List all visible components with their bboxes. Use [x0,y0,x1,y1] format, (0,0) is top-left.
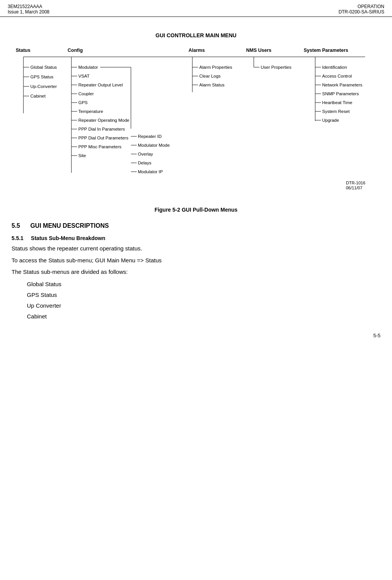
body-text-1: Status shows the repeater current operat… [12,244,380,253]
section-551-heading: 5.5.1 Status Sub-Menu Breakdown [12,235,380,241]
sys-upgrade: Upgrade [322,118,339,123]
config-overlay: Overlay [138,152,153,156]
body-text-2: To access the Status sub-menu; GUI Main … [12,256,380,265]
col-alarms: Alarms [189,48,205,53]
status-gps: GPS Status [30,75,53,79]
sys-network-params: Network Parameters [322,83,362,87]
doc-number: 3EM21522AAAA [8,4,50,9]
config-site: Site [78,153,86,158]
sys-access-control: Access Control [322,74,352,78]
config-repeater-id: Repeater ID [138,134,162,139]
section-551-title: Status Sub-Menu Breakdown [31,235,106,241]
diagram-container: Status Config Alarms NMS Users System Pa… [12,46,380,197]
doc-id: DTR-0200-SA-SIRIUS [339,9,384,15]
submenu-item-1: Global Status [27,280,380,289]
submenu-item-3: Up Converter [27,301,380,310]
doc-type: OPERATION [339,4,384,9]
status-global: Global Status [30,65,57,70]
header-right: OPERATION DTR-0200-SA-SIRIUS [339,4,384,15]
status-upconverter: Up-Converter [30,84,57,89]
config-vsat: VSAT [78,74,89,78]
diagram-title: GUI CONTROLLER MAIN MENU [12,32,380,38]
tree-diagram: Status Config Alarms NMS Users System Pa… [12,46,380,196]
submenu-item-2: GPS Status [27,290,380,300]
section-55-heading: 5.5 GUI MENU DESCRIPTIONS [12,222,380,229]
submenu-item-4: Cabinet [27,312,380,321]
config-temperature: Temperature [78,109,103,114]
dtr-ref: DTR-1016 [346,181,366,185]
section-55-number: 5.5 [12,222,20,229]
config-coupler: Coupler [78,91,94,96]
alarms-properties: Alarm Properties [199,65,232,70]
col-nms: NMS Users [246,48,271,53]
config-delays: Delays [138,161,151,165]
col-status: Status [16,48,30,53]
figure-caption: Figure 5-2 GUI Pull-Down Menus [12,207,380,213]
nms-user-properties: User Properties [261,65,291,70]
sys-snmp-params: SNMP Parameters [322,91,359,96]
config-modulator: Modulator [78,65,98,70]
dtr-date: 06/11/07 [346,186,362,190]
config-modulator-ip: Modulator IP [138,169,163,174]
config-ppp-dial-in: PPP Dial In Parameters [78,127,125,131]
section-551-number: 5.5.1 [12,235,23,241]
section-55-title: GUI MENU DESCRIPTIONS [30,222,109,229]
sys-heartbeat-time: Heartbeat Time [322,100,352,105]
config-repeater-output: Repeater Output Level [78,83,123,87]
col-system: System Parameters [304,48,348,53]
page-number: 5-5 [12,333,380,338]
config-ppp-misc: PPP Misc Parameters [78,144,122,149]
doc-issue: Issue 1, March 2008 [8,9,50,15]
config-repeater-mode: Repeater Operating Mode [78,118,129,123]
col-config: Config [68,48,83,53]
body-text-3: The Status sub-menus are divided as foll… [12,268,380,277]
page-header: 3EM21522AAAA Issue 1, March 2008 OPERATI… [0,0,392,17]
sys-identification: Identification [322,65,347,70]
config-gps: GPS [78,100,88,105]
alarms-clear-logs: Clear Logs [199,74,221,78]
main-content: GUI CONTROLLER MAIN MENU Status Config A… [0,17,392,346]
status-cabinet: Cabinet [30,94,46,98]
alarms-status: Alarm Status [199,83,225,87]
config-ppp-dial-out: PPP Dial Out Parameters [78,136,128,140]
sys-system-reset: System Reset [322,109,350,114]
header-left: 3EM21522AAAA Issue 1, March 2008 [8,4,50,15]
config-modulator-mode: Modulator Mode [138,143,170,147]
